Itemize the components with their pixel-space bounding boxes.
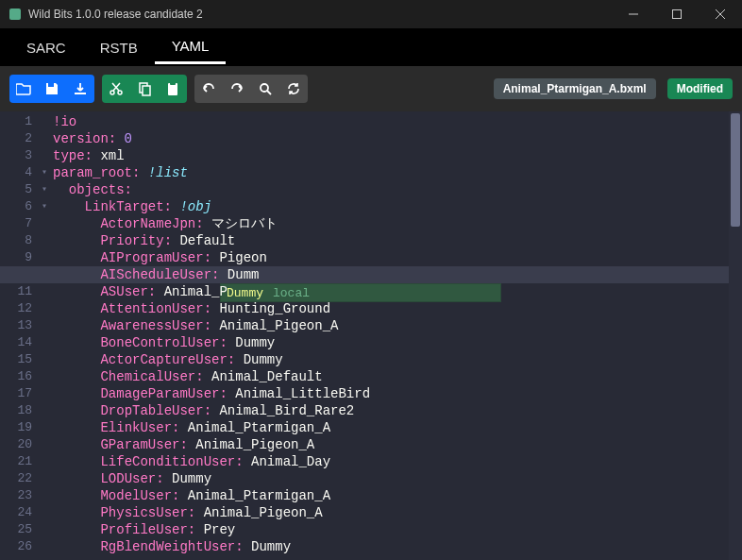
code-line[interactable]: type: xml xyxy=(49,147,729,164)
code-line[interactable]: LifeConditionUser: Animal_Day xyxy=(49,453,729,470)
code-line[interactable]: AIProgramUser: Pigeon xyxy=(49,249,729,266)
app-icon xyxy=(8,7,23,22)
fold-marker xyxy=(40,300,49,317)
line-number: 16 xyxy=(0,368,40,385)
tab-rstb[interactable]: RSTB xyxy=(83,32,155,63)
line-gutter: 1234567891011121314151617181920212223242… xyxy=(0,111,40,560)
line-number: 4 xyxy=(0,164,40,181)
code-line[interactable]: ChemicalUser: Animal_Default xyxy=(49,368,729,385)
tab-bar: SARC RSTB YAML xyxy=(0,28,742,66)
code-line[interactable]: Priority: Default xyxy=(49,232,729,249)
refresh-button[interactable] xyxy=(279,75,308,103)
fold-marker xyxy=(40,453,49,470)
fold-marker[interactable]: ▾ xyxy=(40,198,49,215)
line-number: 17 xyxy=(0,385,40,402)
tab-sarc[interactable]: SARC xyxy=(9,32,83,63)
fold-marker xyxy=(40,521,49,538)
fold-marker xyxy=(40,487,49,504)
close-button[interactable] xyxy=(699,0,742,28)
fold-marker xyxy=(40,436,49,453)
code-line[interactable]: ElinkUser: Animal_Ptarmigan_A xyxy=(49,419,729,436)
toolbar: Animal_Ptarmigan_A.bxml Modified xyxy=(0,66,742,111)
code-line[interactable]: ActorCaptureUser: Dummy xyxy=(49,351,729,368)
fold-marker[interactable]: ▾ xyxy=(40,181,49,198)
line-number: 15 xyxy=(0,351,40,368)
code-line[interactable]: RgBlendWeightUser: Dummy xyxy=(49,538,729,555)
code-line[interactable]: AttentionUser: Hunting_Ground xyxy=(49,300,729,317)
fold-marker xyxy=(40,283,49,300)
redo-button[interactable] xyxy=(223,75,251,103)
line-number: 25 xyxy=(0,521,40,538)
line-number: 13 xyxy=(0,317,40,334)
line-number: 20 xyxy=(0,436,40,453)
line-number: 12 xyxy=(0,300,40,317)
open-button[interactable] xyxy=(9,75,38,103)
svg-rect-2 xyxy=(673,10,682,19)
titlebar: Wild Bits 1.0.0 release candidate 2 xyxy=(0,0,742,28)
window-title: Wild Bits 1.0.0 release candidate 2 xyxy=(28,8,612,21)
fold-marker xyxy=(40,402,49,419)
save-button[interactable] xyxy=(38,75,66,103)
undo-button[interactable] xyxy=(194,75,223,103)
fold-marker xyxy=(40,368,49,385)
fold-marker xyxy=(40,334,49,351)
code-area[interactable]: Dummylocal !ioversion: 0type: xmlparam_r… xyxy=(49,111,729,560)
code-line[interactable]: PhysicsUser: Animal_Pigeon_A xyxy=(49,504,729,521)
fold-marker xyxy=(40,317,49,334)
svg-rect-0 xyxy=(9,8,21,20)
fold-marker xyxy=(40,470,49,487)
line-number: 8 xyxy=(0,232,40,249)
download-button[interactable] xyxy=(66,75,94,103)
svg-point-11 xyxy=(261,84,268,92)
fold-marker xyxy=(40,232,49,249)
line-number: 11 xyxy=(0,283,40,300)
fold-marker xyxy=(40,113,49,130)
code-line[interactable]: ModelUser: Animal_Ptarmigan_A xyxy=(49,487,729,504)
code-line[interactable]: param_root: !list xyxy=(49,164,729,181)
code-line[interactable]: BoneControlUser: Dummy xyxy=(49,334,729,351)
code-editor[interactable]: 1234567891011121314151617181920212223242… xyxy=(0,111,742,560)
vertical-scrollbar[interactable] xyxy=(729,111,742,560)
minimize-button[interactable] xyxy=(612,0,655,28)
line-number: 24 xyxy=(0,504,40,521)
code-line[interactable]: ProfileUser: Prey xyxy=(49,521,729,538)
code-line[interactable]: ActorNameJpn: マシロバト xyxy=(49,215,729,232)
line-number: 5 xyxy=(0,181,40,198)
code-line[interactable]: LinkTarget: !obj xyxy=(49,198,729,215)
fold-column: ▾▾▾ xyxy=(40,111,49,560)
fold-marker xyxy=(40,249,49,266)
cut-button[interactable] xyxy=(102,75,130,103)
code-line[interactable]: !io xyxy=(49,113,729,130)
line-number: 22 xyxy=(0,470,40,487)
code-line[interactable]: DamageParamUser: Animal_LittleBird xyxy=(49,385,729,402)
code-line[interactable]: GParamUser: Animal_Pigeon_A xyxy=(49,436,729,453)
line-number: 21 xyxy=(0,453,40,470)
line-number: 7 xyxy=(0,215,40,232)
code-line[interactable]: version: 0 xyxy=(49,130,729,147)
paste-button[interactable] xyxy=(159,75,187,103)
tab-yaml[interactable]: YAML xyxy=(155,30,227,64)
fold-marker xyxy=(40,147,49,164)
svg-rect-10 xyxy=(170,82,176,85)
scrollbar-thumb[interactable] xyxy=(731,113,740,227)
fold-marker xyxy=(40,419,49,436)
code-line[interactable]: AIScheduleUser: Dumm xyxy=(49,266,729,283)
line-number: 23 xyxy=(0,487,40,504)
fold-marker xyxy=(40,504,49,521)
maximize-button[interactable] xyxy=(655,0,699,28)
line-number: 3 xyxy=(0,147,40,164)
code-line[interactable]: objects: xyxy=(49,181,729,198)
line-number: 14 xyxy=(0,334,40,351)
search-button[interactable] xyxy=(251,75,279,103)
fold-marker xyxy=(40,538,49,555)
fold-marker[interactable]: ▾ xyxy=(40,164,49,181)
line-number: 9 xyxy=(0,249,40,266)
code-line[interactable]: LODUser: Dummy xyxy=(49,470,729,487)
copy-button[interactable] xyxy=(130,75,159,103)
line-number: 26 xyxy=(0,538,40,555)
code-line[interactable]: AwarenessUser: Animal_Pigeon_A xyxy=(49,317,729,334)
fold-marker xyxy=(40,385,49,402)
code-line[interactable]: ASUser: Animal_P xyxy=(49,283,729,300)
svg-point-5 xyxy=(110,91,114,94)
code-line[interactable]: DropTableUser: Animal_Bird_Rare2 xyxy=(49,402,729,419)
